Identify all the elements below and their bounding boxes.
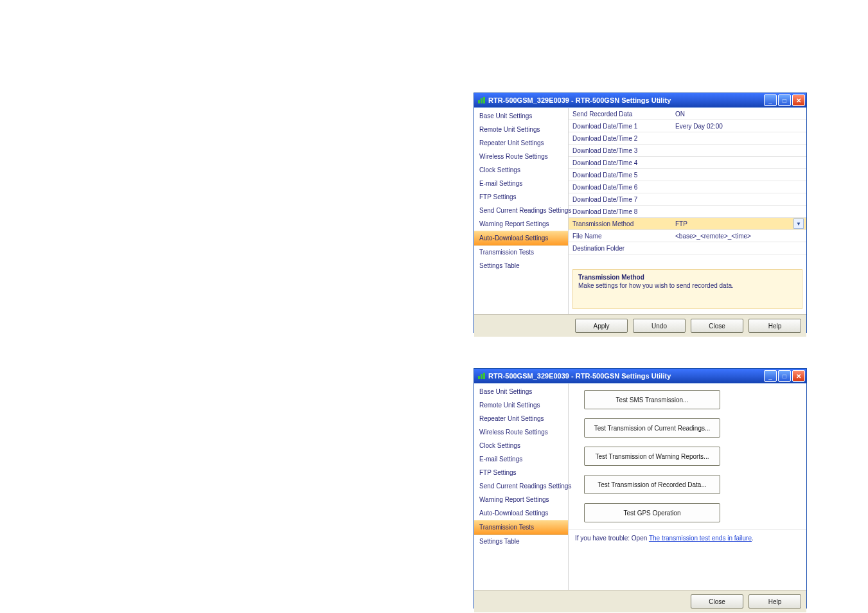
sidebar-item-label: Wireless Route Settings <box>479 153 548 160</box>
row-destination-folder[interactable]: Destination Folder <box>569 242 806 254</box>
sidebar-item-label: Repeater Unit Settings <box>479 139 544 147</box>
sidebar-item-repeater-unit[interactable]: Repeater Unit Settings <box>474 136 568 150</box>
button-label: Help <box>768 323 782 330</box>
sidebar-item-warning-report[interactable]: Warning Report Settings <box>474 217 568 231</box>
row-send-recorded-data[interactable]: Send Recorded Data ON <box>569 108 806 120</box>
minimize-button[interactable]: _ <box>764 94 777 106</box>
sidebar-item-remote-unit[interactable]: Remote Unit Settings <box>474 123 568 136</box>
sidebar-item-email[interactable]: E-mail Settings <box>474 452 568 466</box>
sidebar-item-label: FTP Settings <box>479 469 517 476</box>
app-icon <box>477 96 486 105</box>
row-label: Transmission Method <box>572 220 675 227</box>
close-button[interactable]: ✕ <box>792 94 805 106</box>
settings-sidebar: Base Unit Settings Remote Unit Settings … <box>474 108 569 314</box>
svg-rect-4 <box>481 374 483 379</box>
sidebar-item-label: Clock Settings <box>479 442 520 449</box>
sidebar-item-settings-table[interactable]: Settings Table <box>474 535 568 548</box>
sidebar-item-email[interactable]: E-mail Settings <box>474 177 568 190</box>
row-value: FTP ▼ <box>675 218 804 229</box>
help-button[interactable]: Help <box>748 319 801 333</box>
sidebar-item-auto-download[interactable]: Auto-Download Settings <box>474 506 568 520</box>
button-label: Test Transmission of Warning Reports... <box>596 453 709 460</box>
row-download-date-time-3[interactable]: Download Date/Time 3 <box>569 145 806 157</box>
settings-utility-window-transmission-tests: RTR-500GSM_329E0039 - RTR-500GSN Setting… <box>474 368 807 609</box>
trouble-link[interactable]: The transmission test ends in failure <box>649 535 752 542</box>
sidebar-item-send-current-readings[interactable]: Send Current Readings Settings <box>474 204 568 217</box>
sidebar-item-repeater-unit[interactable]: Repeater Unit Settings <box>474 412 568 425</box>
svg-rect-1 <box>481 98 483 103</box>
sidebar-item-label: Auto-Download Settings <box>479 235 548 242</box>
test-recorded-data-button[interactable]: Test Transmission of Recorded Data... <box>584 475 720 494</box>
apply-button[interactable]: Apply <box>575 319 628 333</box>
sidebar-item-send-current-readings[interactable]: Send Current Readings Settings <box>474 479 568 493</box>
row-file-name[interactable]: File Name <base>_<remote>_<time> <box>569 230 806 242</box>
test-warning-reports-button[interactable]: Test Transmission of Warning Reports... <box>584 447 720 466</box>
row-label: File Name <box>572 233 675 240</box>
row-download-date-time-7[interactable]: Download Date/Time 7 <box>569 193 806 206</box>
minimize-button[interactable]: _ <box>764 370 777 382</box>
close-button[interactable]: ✕ <box>792 370 805 382</box>
hint-text: Make settings for how you wish to send r… <box>578 282 797 289</box>
row-value: Every Day 02:00 <box>675 123 804 130</box>
titlebar: RTR-500GSM_329E0039 - RTR-500GSN Setting… <box>474 93 806 107</box>
settings-sidebar: Base Unit Settings Remote Unit Settings … <box>474 384 569 590</box>
row-label: Download Date/Time 1 <box>572 123 675 130</box>
trouble-suffix: . <box>752 535 754 542</box>
sidebar-item-label: Remote Unit Settings <box>479 126 540 133</box>
maximize-button[interactable]: □ <box>778 94 791 106</box>
sidebar-item-auto-download[interactable]: Auto-Download Settings <box>474 231 568 245</box>
close-button[interactable]: Close <box>691 319 743 333</box>
sidebar-item-label: Transmission Tests <box>479 524 534 531</box>
sidebar-item-clock[interactable]: Clock Settings <box>474 163 568 177</box>
button-label: Test Transmission of Recorded Data... <box>598 481 707 488</box>
maximize-button[interactable]: □ <box>778 370 791 382</box>
sidebar-item-clock[interactable]: Clock Settings <box>474 439 568 452</box>
window-title: RTR-500GSM_329E0039 - RTR-500GSN Setting… <box>488 372 764 380</box>
sidebar-item-settings-table[interactable]: Settings Table <box>474 259 568 272</box>
dropdown-arrow-icon[interactable]: ▼ <box>793 218 804 229</box>
row-label: Download Date/Time 4 <box>572 159 675 166</box>
row-download-date-time-1[interactable]: Download Date/Time 1 Every Day 02:00 <box>569 120 806 132</box>
close-button[interactable]: Close <box>691 594 743 609</box>
sidebar-item-ftp[interactable]: FTP Settings <box>474 190 568 204</box>
row-label: Download Date/Time 7 <box>572 196 675 203</box>
sidebar-item-wireless-route[interactable]: Wireless Route Settings <box>474 425 568 439</box>
row-label: Download Date/Time 3 <box>572 147 675 154</box>
row-label: Send Recorded Data <box>572 111 675 118</box>
sidebar-item-ftp[interactable]: FTP Settings <box>474 466 568 479</box>
sidebar-item-label: Remote Unit Settings <box>479 402 540 409</box>
button-label: Test Transmission of Current Readings... <box>594 425 711 432</box>
row-download-date-time-6[interactable]: Download Date/Time 6 <box>569 181 806 193</box>
sidebar-item-label: Auto-Download Settings <box>479 510 548 517</box>
sidebar-item-base-unit[interactable]: Base Unit Settings <box>474 385 568 398</box>
svg-rect-3 <box>478 376 480 379</box>
row-download-date-time-8[interactable]: Download Date/Time 8 <box>569 206 806 218</box>
test-sms-transmission-button[interactable]: Test SMS Transmission... <box>584 390 720 409</box>
row-download-date-time-2[interactable]: Download Date/Time 2 <box>569 132 806 145</box>
sidebar-item-remote-unit[interactable]: Remote Unit Settings <box>474 398 568 412</box>
help-button[interactable]: Help <box>748 594 801 609</box>
row-download-date-time-4[interactable]: Download Date/Time 4 <box>569 157 806 169</box>
hint-box: Transmission Method Make settings for ho… <box>572 269 802 309</box>
test-gps-operation-button[interactable]: Test GPS Operation <box>584 503 720 522</box>
sidebar-item-warning-report[interactable]: Warning Report Settings <box>474 493 568 506</box>
sidebar-item-transmission-tests[interactable]: Transmission Tests <box>474 245 568 259</box>
undo-button[interactable]: Undo <box>633 319 686 333</box>
sidebar-item-label: Send Current Readings Settings <box>479 483 571 490</box>
button-bar: Apply Undo Close Help <box>474 314 806 337</box>
sidebar-item-label: Wireless Route Settings <box>479 429 548 436</box>
button-label: Apply <box>593 323 609 330</box>
svg-rect-2 <box>483 97 485 103</box>
row-transmission-method[interactable]: Transmission Method FTP ▼ <box>569 218 806 230</box>
test-buttons-column: Test SMS Transmission... Test Transmissi… <box>569 384 736 529</box>
row-label: Download Date/Time 2 <box>572 135 675 142</box>
button-label: Test GPS Operation <box>624 510 681 517</box>
sidebar-item-label: Base Unit Settings <box>479 112 532 120</box>
sidebar-item-base-unit[interactable]: Base Unit Settings <box>474 109 568 123</box>
row-label: Download Date/Time 5 <box>572 172 675 179</box>
test-current-readings-button[interactable]: Test Transmission of Current Readings... <box>584 418 720 438</box>
sidebar-item-transmission-tests[interactable]: Transmission Tests <box>474 520 568 535</box>
row-download-date-time-5[interactable]: Download Date/Time 5 <box>569 169 806 181</box>
row-label: Download Date/Time 6 <box>572 184 675 191</box>
sidebar-item-wireless-route[interactable]: Wireless Route Settings <box>474 150 568 163</box>
